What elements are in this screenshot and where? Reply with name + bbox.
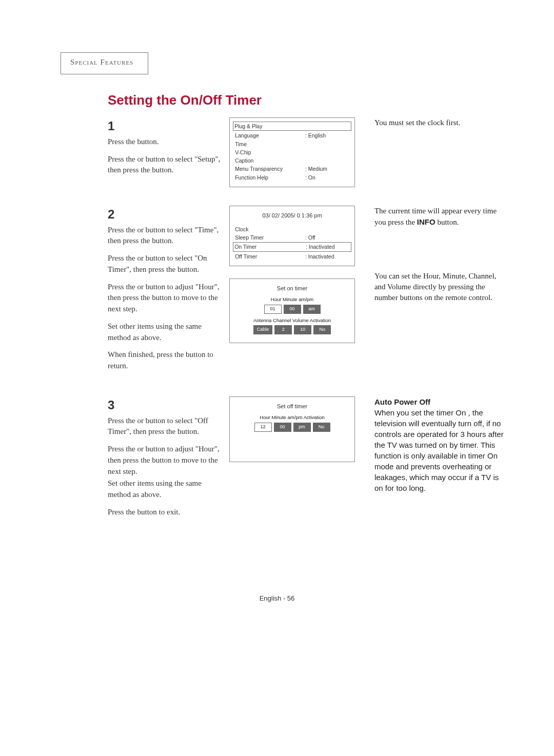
osd-header: Antenna Channel Volume Activation: [234, 317, 350, 325]
bullet-icon: [367, 396, 374, 397]
osd-title: Set off timer: [234, 402, 350, 411]
osd-title: Set on timer: [234, 284, 350, 293]
section-category: Special Features: [61, 52, 148, 74]
osd-row: V-Chip: [234, 148, 350, 156]
step-2-text-c: Press the or button to adjust "Hour", th…: [108, 282, 223, 315]
osd-value: am: [303, 305, 321, 314]
bullet-icon: [367, 206, 374, 207]
step-3-text-a: Press the or button to select "Off Timer…: [108, 415, 223, 438]
step-3-text-d: Press the button to exit.: [108, 507, 223, 518]
page-footer: English - 56: [0, 594, 554, 602]
osd-value: Cable: [253, 325, 273, 334]
bullet-icon: [367, 271, 374, 272]
step-2-text-d: Set other items using the same method as…: [108, 321, 223, 344]
osd-off-timer: Set off timer Hour Minute am/pm Activati…: [229, 396, 355, 462]
osd-row: Time: [234, 140, 350, 148]
osd-row: Off Timer : Inactivated: [234, 252, 350, 261]
osd-row: On Timer : Inactivated: [233, 242, 351, 251]
step-3-number: 3: [108, 396, 223, 414]
note-2: The current time will appear every time …: [367, 206, 508, 228]
bullet-icon: [367, 117, 374, 118]
step-2-text-b: Press the or button to select "On Timer"…: [108, 253, 223, 275]
osd-row: Caption: [234, 156, 350, 165]
osd-row: Menu Transparency : Medium: [234, 165, 350, 173]
osd-row: Language : English: [234, 131, 350, 140]
note-4: Auto Power Off When you set the timer On…: [367, 396, 508, 493]
step-1: 1 Press the button. Press the or button …: [108, 117, 508, 187]
step-1-text-b: Press the or button to select "Setup", t…: [108, 154, 223, 176]
note-4-body: When you set the timer On , the televisi…: [374, 407, 508, 493]
step-2-text-a: Press the or button to select "Time", th…: [108, 225, 223, 247]
step-2-text-e: When finished, press the button to retur…: [108, 349, 223, 372]
osd-row: Clock: [234, 225, 350, 233]
page-title: Setting the On/Off Timer: [108, 92, 503, 108]
osd-datetime: 03/ 02/ 2005/ 0 1:36 pm: [234, 211, 350, 220]
osd-value: 00: [284, 305, 301, 314]
step-2: 2 Press the or button to select "Time", …: [108, 206, 508, 378]
step-3-text-b: Press the or button to adjust "Hour", th…: [108, 444, 223, 477]
osd-row: Function Help : On: [234, 173, 350, 182]
step-1-text-a: Press the button.: [108, 136, 223, 148]
note-4-title: Auto Power Off: [374, 396, 508, 407]
step-3: 3 Press the or button to select "Off Tim…: [108, 396, 508, 524]
step-2-number: 2: [108, 206, 223, 224]
osd-on-timer: Set on timer Hour Minute am/pm 01 00 am …: [229, 278, 355, 343]
osd-header: Hour Minute am/pm: [234, 296, 350, 304]
osd-value: 2: [274, 325, 292, 334]
osd-value: pm: [293, 423, 311, 432]
osd-value: 10: [294, 325, 311, 334]
osd-value: No: [313, 423, 330, 432]
osd-value: 01: [264, 305, 282, 314]
note-1: You must set the clock first.: [367, 117, 508, 128]
step-1-number: 1: [108, 117, 223, 135]
note-3: You can set the Hour, Minute, Channel, a…: [367, 271, 508, 303]
osd-header: Hour Minute am/pm Activation: [234, 414, 350, 422]
osd-time-menu: 03/ 02/ 2005/ 0 1:36 pm Clock Sleep Time…: [229, 206, 355, 266]
osd-row: Plug & Play: [233, 122, 351, 131]
osd-value: No: [313, 325, 331, 334]
osd-value: 00: [274, 423, 291, 432]
osd-value: 12: [254, 423, 272, 432]
step-3-text-c: Set other items using the same method as…: [108, 478, 223, 501]
section-category-text: Special Features: [70, 58, 133, 66]
osd-setup-menu: Plug & Play Language : English Time: [229, 117, 355, 187]
osd-row: Sleep Timer : Off: [234, 233, 350, 242]
